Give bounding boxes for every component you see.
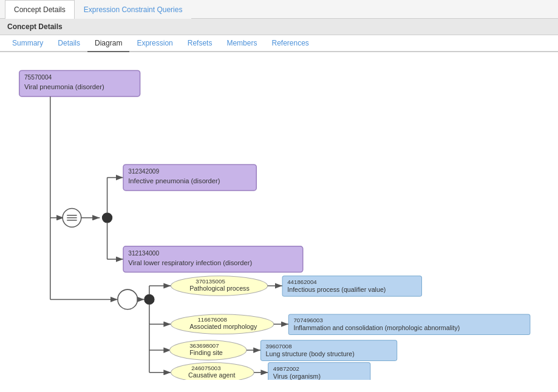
tab-members[interactable]: Members	[219, 35, 264, 52]
attr-associated-morphology[interactable]: 116676008 Associated morphology	[171, 314, 274, 334]
tab-diagram[interactable]: Diagram	[87, 35, 129, 52]
svg-text:Infective pneumonia (disorder): Infective pneumonia (disorder)	[128, 177, 220, 184]
svg-text:441862004: 441862004	[287, 279, 317, 285]
val-infectious-process[interactable]: 441862004 Infectious process (qualifier …	[282, 276, 421, 297]
attr-causative-agent[interactable]: 246075003 Causative agent	[171, 362, 254, 380]
svg-text:Lung structure (body structure: Lung structure (body structure)	[266, 350, 355, 357]
svg-text:707496003: 707496003	[293, 317, 322, 323]
val-inflammation-consolidation[interactable]: 707496003 Inflammation and consolidation…	[288, 314, 530, 335]
val-lung-structure[interactable]: 39607008 Lung structure (body structure)	[260, 340, 396, 361]
svg-text:246075003: 246075003	[191, 365, 220, 371]
tab-concept-details[interactable]: Concept Details	[5, 0, 75, 19]
tab-references[interactable]: References	[264, 35, 316, 52]
svg-text:Viral pneumonia (disorder): Viral pneumonia (disorder)	[24, 83, 104, 90]
tab-refsets[interactable]: Refsets	[180, 35, 220, 52]
svg-point-12	[102, 213, 112, 223]
svg-text:75570004: 75570004	[24, 74, 52, 81]
svg-point-23	[118, 289, 138, 309]
svg-text:Pathological process: Pathological process	[189, 285, 250, 292]
tab-expression-constraint[interactable]: Expression Constraint Queries	[75, 0, 192, 19]
parent-node-1[interactable]: 312342009 Infective pneumonia (disorder)	[123, 164, 256, 191]
breadcrumb: Concept Details	[0, 19, 558, 35]
svg-text:Virus (organism): Virus (organism)	[273, 373, 321, 380]
tab-expression[interactable]: Expression	[129, 35, 180, 52]
svg-text:Causative agent: Causative agent	[188, 371, 235, 379]
svg-point-26	[145, 294, 154, 304]
top-tab-bar: Concept Details Expression Constraint Qu…	[0, 0, 558, 19]
svg-text:Finding site: Finding site	[189, 349, 223, 356]
parent-node-2[interactable]: 312134000 Viral lower respiratory infect…	[123, 246, 303, 272]
val-virus[interactable]: 49872002 Virus (organism)	[268, 362, 370, 380]
svg-text:Infectious process (qualifier : Infectious process (qualifier value)	[287, 286, 386, 293]
svg-text:49872002: 49872002	[273, 365, 299, 372]
svg-text:116676008: 116676008	[197, 316, 226, 323]
svg-text:Inflammation and consolidation: Inflammation and consolidation (morpholo…	[293, 324, 460, 331]
sub-tab-bar: Summary Details Diagram Expression Refse…	[0, 35, 558, 52]
svg-text:370135005: 370135005	[196, 278, 225, 285]
attr-finding-site[interactable]: 363698007 Finding site	[170, 340, 247, 360]
attr-pathological-process[interactable]: 370135005 Pathological process	[171, 276, 268, 296]
svg-text:312134000: 312134000	[128, 250, 159, 257]
svg-text:363698007: 363698007	[189, 342, 219, 349]
diagram-area: 75570004 Viral pneumonia (disorder) 3123…	[0, 52, 558, 390]
tab-details[interactable]: Details	[50, 35, 87, 52]
concept-diagram: 75570004 Viral pneumonia (disorder) 3123…	[12, 64, 546, 380]
svg-text:Associated morphology: Associated morphology	[189, 323, 257, 330]
svg-text:Viral lower respiratory infect: Viral lower respiratory infection (disor…	[128, 259, 252, 266]
tab-summary[interactable]: Summary	[5, 35, 50, 52]
svg-text:39607008: 39607008	[266, 343, 292, 350]
main-concept-node[interactable]: 75570004 Viral pneumonia (disorder)	[19, 70, 140, 96]
svg-text:312342009: 312342009	[128, 168, 159, 175]
